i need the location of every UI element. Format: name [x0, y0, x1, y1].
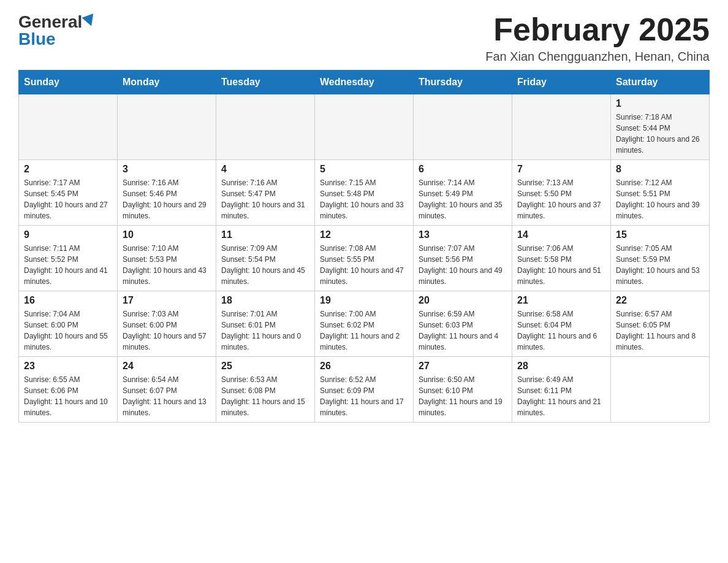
calendar-cell: 8Sunrise: 7:12 AMSunset: 5:51 PMDaylight…	[611, 160, 710, 226]
calendar-cell: 21Sunrise: 6:58 AMSunset: 6:04 PMDayligh…	[512, 291, 611, 357]
day-info: Sunrise: 6:50 AMSunset: 6:10 PMDaylight:…	[419, 374, 507, 418]
day-info: Sunrise: 6:55 AMSunset: 6:06 PMDaylight:…	[24, 374, 112, 418]
day-info: Sunrise: 7:04 AMSunset: 6:00 PMDaylight:…	[24, 308, 112, 353]
day-of-week-header: Saturday	[611, 71, 710, 94]
calendar-cell: 18Sunrise: 7:01 AMSunset: 6:01 PMDayligh…	[216, 291, 315, 357]
day-of-week-header: Tuesday	[216, 71, 315, 94]
day-number: 16	[24, 295, 112, 306]
day-info: Sunrise: 7:16 AMSunset: 5:47 PMDaylight:…	[221, 177, 309, 221]
calendar-cell	[315, 94, 414, 160]
day-number: 17	[123, 295, 211, 306]
day-info: Sunrise: 7:11 AMSunset: 5:52 PMDaylight:…	[24, 243, 112, 287]
calendar-week-row: 9Sunrise: 7:11 AMSunset: 5:52 PMDaylight…	[19, 226, 710, 291]
day-of-week-header: Wednesday	[315, 71, 414, 94]
calendar-cell: 26Sunrise: 6:52 AMSunset: 6:09 PMDayligh…	[315, 357, 414, 423]
calendar-cell: 5Sunrise: 7:15 AMSunset: 5:48 PMDaylight…	[315, 160, 414, 226]
day-info: Sunrise: 7:06 AMSunset: 5:58 PMDaylight:…	[517, 243, 605, 287]
day-info: Sunrise: 7:18 AMSunset: 5:44 PMDaylight:…	[616, 112, 704, 156]
day-info: Sunrise: 7:12 AMSunset: 5:51 PMDaylight:…	[616, 177, 704, 221]
month-title: February 2025	[485, 12, 710, 47]
calendar-cell	[118, 94, 216, 160]
calendar-cell: 20Sunrise: 6:59 AMSunset: 6:03 PMDayligh…	[414, 291, 512, 357]
calendar-table: SundayMondayTuesdayWednesdayThursdayFrid…	[18, 70, 710, 423]
calendar-cell: 9Sunrise: 7:11 AMSunset: 5:52 PMDaylight…	[19, 226, 118, 291]
day-of-week-header: Sunday	[19, 71, 118, 94]
day-number: 13	[419, 229, 507, 240]
day-of-week-header: Friday	[512, 71, 611, 94]
calendar-cell: 14Sunrise: 7:06 AMSunset: 5:58 PMDayligh…	[512, 226, 611, 291]
day-info: Sunrise: 7:03 AMSunset: 6:00 PMDaylight:…	[123, 308, 211, 353]
day-number: 15	[616, 229, 704, 240]
day-number: 27	[419, 361, 507, 372]
day-info: Sunrise: 7:15 AMSunset: 5:48 PMDaylight:…	[320, 177, 408, 221]
day-info: Sunrise: 6:49 AMSunset: 6:11 PMDaylight:…	[517, 374, 605, 418]
day-number: 12	[320, 229, 408, 240]
calendar-cell: 22Sunrise: 6:57 AMSunset: 6:05 PMDayligh…	[611, 291, 710, 357]
day-info: Sunrise: 7:09 AMSunset: 5:54 PMDaylight:…	[221, 243, 309, 287]
day-info: Sunrise: 7:13 AMSunset: 5:50 PMDaylight:…	[517, 177, 605, 221]
calendar-cell: 3Sunrise: 7:16 AMSunset: 5:46 PMDaylight…	[118, 160, 216, 226]
day-number: 14	[517, 229, 605, 240]
calendar-cell	[19, 94, 118, 160]
day-number: 8	[616, 164, 704, 175]
calendar-cell	[611, 357, 710, 423]
calendar-cell: 15Sunrise: 7:05 AMSunset: 5:59 PMDayligh…	[611, 226, 710, 291]
day-info: Sunrise: 7:00 AMSunset: 6:02 PMDaylight:…	[320, 308, 408, 353]
day-info: Sunrise: 7:08 AMSunset: 5:55 PMDaylight:…	[320, 243, 408, 287]
day-number: 18	[221, 295, 309, 306]
day-of-week-header: Thursday	[414, 71, 512, 94]
calendar-cell: 28Sunrise: 6:49 AMSunset: 6:11 PMDayligh…	[512, 357, 611, 423]
logo-blue-text: Blue	[18, 29, 56, 49]
day-number: 9	[24, 229, 112, 240]
calendar-cell	[414, 94, 512, 160]
day-number: 5	[320, 164, 408, 175]
calendar-cell: 27Sunrise: 6:50 AMSunset: 6:10 PMDayligh…	[414, 357, 512, 423]
day-number: 2	[24, 164, 112, 175]
day-number: 11	[221, 229, 309, 240]
calendar-week-row: 2Sunrise: 7:17 AMSunset: 5:45 PMDaylight…	[19, 160, 710, 226]
day-number: 3	[123, 164, 211, 175]
calendar-cell: 12Sunrise: 7:08 AMSunset: 5:55 PMDayligh…	[315, 226, 414, 291]
day-number: 24	[123, 361, 211, 372]
day-info: Sunrise: 6:53 AMSunset: 6:08 PMDaylight:…	[221, 374, 309, 418]
day-of-week-header: Monday	[118, 71, 216, 94]
location-subtitle: Fan Xian Chengguanzhen, Henan, China	[485, 50, 710, 64]
day-number: 22	[616, 295, 704, 306]
calendar-cell	[512, 94, 611, 160]
calendar-cell	[216, 94, 315, 160]
day-info: Sunrise: 6:57 AMSunset: 6:05 PMDaylight:…	[616, 308, 704, 353]
calendar-cell: 23Sunrise: 6:55 AMSunset: 6:06 PMDayligh…	[19, 357, 118, 423]
calendar-cell: 2Sunrise: 7:17 AMSunset: 5:45 PMDaylight…	[19, 160, 118, 226]
calendar-week-row: 16Sunrise: 7:04 AMSunset: 6:00 PMDayligh…	[19, 291, 710, 357]
day-number: 28	[517, 361, 605, 372]
day-info: Sunrise: 7:17 AMSunset: 5:45 PMDaylight:…	[24, 177, 112, 221]
day-info: Sunrise: 6:59 AMSunset: 6:03 PMDaylight:…	[419, 308, 507, 353]
day-number: 19	[320, 295, 408, 306]
calendar-header-row: SundayMondayTuesdayWednesdayThursdayFrid…	[19, 71, 710, 94]
calendar-week-row: 23Sunrise: 6:55 AMSunset: 6:06 PMDayligh…	[19, 357, 710, 423]
calendar-cell: 19Sunrise: 7:00 AMSunset: 6:02 PMDayligh…	[315, 291, 414, 357]
day-info: Sunrise: 6:54 AMSunset: 6:07 PMDaylight:…	[123, 374, 211, 418]
logo-triangle-icon	[82, 13, 97, 28]
calendar-cell: 6Sunrise: 7:14 AMSunset: 5:49 PMDaylight…	[414, 160, 512, 226]
day-number: 26	[320, 361, 408, 372]
calendar-week-row: 1Sunrise: 7:18 AMSunset: 5:44 PMDaylight…	[19, 94, 710, 160]
calendar-cell: 7Sunrise: 7:13 AMSunset: 5:50 PMDaylight…	[512, 160, 611, 226]
day-info: Sunrise: 6:52 AMSunset: 6:09 PMDaylight:…	[320, 374, 408, 418]
day-info: Sunrise: 7:16 AMSunset: 5:46 PMDaylight:…	[123, 177, 211, 221]
calendar-cell: 16Sunrise: 7:04 AMSunset: 6:00 PMDayligh…	[19, 291, 118, 357]
calendar-cell: 17Sunrise: 7:03 AMSunset: 6:00 PMDayligh…	[118, 291, 216, 357]
day-info: Sunrise: 7:10 AMSunset: 5:53 PMDaylight:…	[123, 243, 211, 287]
day-info: Sunrise: 7:05 AMSunset: 5:59 PMDaylight:…	[616, 243, 704, 287]
day-info: Sunrise: 7:07 AMSunset: 5:56 PMDaylight:…	[419, 243, 507, 287]
title-block: February 2025 Fan Xian Chengguanzhen, He…	[485, 12, 710, 64]
calendar-cell: 1Sunrise: 7:18 AMSunset: 5:44 PMDaylight…	[611, 94, 710, 160]
day-number: 7	[517, 164, 605, 175]
day-number: 23	[24, 361, 112, 372]
calendar-cell: 11Sunrise: 7:09 AMSunset: 5:54 PMDayligh…	[216, 226, 315, 291]
day-number: 20	[419, 295, 507, 306]
day-number: 1	[616, 98, 704, 109]
day-number: 4	[221, 164, 309, 175]
day-number: 6	[419, 164, 507, 175]
calendar-cell: 25Sunrise: 6:53 AMSunset: 6:08 PMDayligh…	[216, 357, 315, 423]
